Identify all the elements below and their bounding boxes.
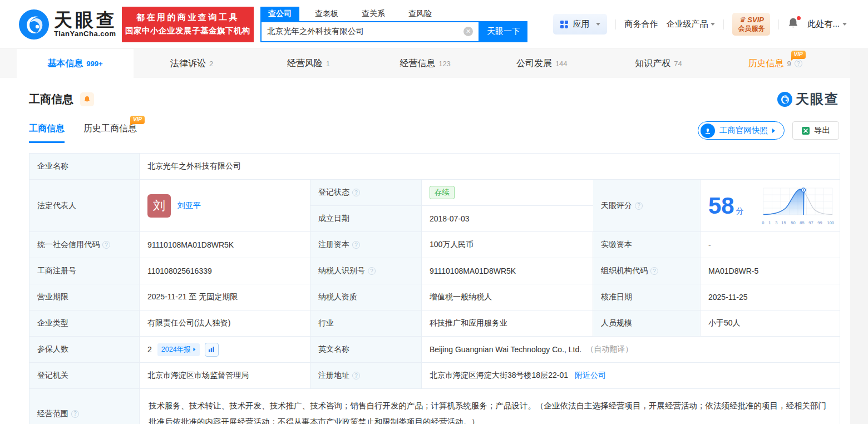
annual-report-badge[interactable]: 2024年报 [157,343,200,356]
company-type-value: 有限责任公司(法人独资) [140,310,310,337]
notification-dot [797,16,801,20]
svip-crown-label: ♛ SVIP [738,16,765,24]
field-label: 人员规模 [593,310,701,337]
field-label: 登记状态 [310,180,422,206]
subtab-history-business-info[interactable]: VIP 历史工商信息 [83,123,137,143]
search-value: 北京光年之外科技有限公司 [267,26,364,37]
tianyancha-logo[interactable]: 天眼查 TianYanCha.com [19,9,117,40]
address-value: 北京市海淀区海淀大街38号楼18层22-01 [430,371,568,381]
slogan-banner: 都在用的商业查询工具 国家中小企业发展子基金旗下机构 [122,7,254,42]
paid-capital-value: - [701,232,840,258]
auto-translate-note: （自动翻译） [586,344,633,354]
nearby-companies-link[interactable]: 附近公司 [575,371,606,381]
field-label: 行业 [310,310,422,337]
company-page-tabs: 基本信息 999+ 法律诉讼 2 经营风险 1 经营信息 123 公司发展 14… [0,49,850,78]
legal-rep-link[interactable]: 刘亚平 [177,201,201,211]
help-icon[interactable] [352,241,360,249]
logo-text: 天眼查 [54,11,117,30]
tianyancha-logo-icon [19,9,49,40]
table-row: 登记机关 北京市海淀区市场监督管理局 注册地址 北京市海淀区海淀大街38号楼18… [29,363,840,389]
nav-enterprise-products[interactable]: 企业级产品 [666,19,715,29]
svip-member-button[interactable]: ♛ SVIP 会员服务 [732,13,770,36]
user-account-menu[interactable]: 此处有... [807,19,847,29]
help-icon[interactable] [650,267,658,275]
field-label: 组织机构代码 [593,258,701,284]
search-tab-risk[interactable]: 查风险 [401,7,440,21]
official-snapshot-button[interactable]: 工商官网快照 [698,121,785,140]
field-label: 实缴资本 [593,232,701,258]
search-tab-boss[interactable]: 查老板 [307,7,346,21]
help-icon[interactable] [352,189,360,196]
field-label: 英文名称 [310,337,422,363]
address-cell: 北京市海淀区海淀大街38号楼18层22-01 附近公司 [422,363,840,389]
industry-value: 科技推广和应用服务业 [422,310,593,337]
header-right-nav: 应用 商务合作 企业级产品 ♛ SVIP 会员服务 此处有... [553,13,847,36]
tab-basic-info[interactable]: 基本信息 999+ [17,49,134,78]
content-wrap: 基本信息 999+ 法律诉讼 2 经营风险 1 经营信息 123 公司发展 14… [0,49,850,424]
search-button[interactable]: 天眼一下 [480,21,527,42]
field-label: 注册地址 [310,363,422,389]
reg-capital-value: 100万人民币 [422,232,593,258]
export-button[interactable]: 导出 [792,121,839,140]
apps-grid-icon [560,20,569,29]
nav-business-cooperation[interactable]: 商务合作 [624,19,658,29]
search-tabs: 查公司 查老板 查关系 查风险 [260,7,529,21]
score-distribution-chart: 0131550859799100 [762,186,834,225]
tab-intellectual-property[interactable]: 知识产权 74 [600,49,717,78]
table-row: 营业期限 2025-11-21 至 无固定期限 纳税人资质 增值税一般纳税人 核… [29,284,840,310]
page-root: 天眼查 TianYanCha.com 都在用的商业查询工具 国家中小企业发展子基… [0,0,868,424]
help-icon[interactable] [71,410,79,418]
help-icon[interactable] [635,202,643,210]
chevron-down-icon [842,23,847,26]
field-label: 统一社会信用代码 [29,232,140,258]
search-tab-relation[interactable]: 查关系 [354,7,393,21]
notification-bell-icon[interactable] [787,17,799,31]
tab-legal-litigation[interactable]: 法律诉讼 2 [134,49,250,78]
stamp-icon [701,124,715,138]
field-label: 天眼评分 [593,180,701,232]
clear-search-icon[interactable]: ✕ [463,27,473,36]
reg-no-value: 110108025616339 [140,258,310,284]
bar-chart-icon[interactable] [205,343,219,357]
apps-menu[interactable]: 应用 [553,14,607,34]
field-label: 注册资本 [310,232,422,258]
company-name-value: 北京光年之外科技有限公司 [140,154,840,180]
help-icon[interactable] [368,267,376,275]
help-icon[interactable] [352,372,360,379]
est-date-value: 2018-07-03 [422,206,593,232]
field-label: 工商注册号 [29,258,140,284]
search-input[interactable]: 北京光年之外科技有限公司 ✕ [260,21,480,42]
subtab-business-info[interactable]: 工商信息 [29,123,65,143]
help-icon[interactable] [795,60,802,67]
watermark-logo: 天眼查 [777,90,839,108]
help-icon[interactable] [102,241,110,249]
uscc-value: 91110108MA01D8WR5K [140,232,310,258]
excel-icon [801,126,810,135]
field-label: 企业名称 [29,154,140,180]
biz-term-value: 2025-11-21 至 无固定期限 [140,284,310,310]
tab-company-development[interactable]: 公司发展 144 [484,49,600,78]
table-row: 企业类型 有限责任公司(法人独资) 行业 科技推广和应用服务业 人员规模 小于5… [29,310,840,337]
banner-line1: 都在用的商业查询工具 [122,12,254,23]
bell-icon [83,96,91,103]
chart-x-axis: 0131550859799100 [762,220,834,225]
score-cell[interactable]: 58分 [701,180,840,232]
field-label: 营业期限 [29,284,140,310]
tab-operation-risk[interactable]: 经营风险 1 [250,49,367,78]
legal-rep-avatar[interactable]: 刘 [147,194,171,218]
search-tab-company[interactable]: 查公司 [260,7,299,21]
table-row: 工商注册号 110108025616339 纳税人识别号 91110108MA0… [29,258,840,284]
svip-service-label: 会员服务 [738,24,765,33]
en-name-value: Beijing Guangnian Wai Technology Co., Lt… [430,345,581,354]
staff-size-value: 小于50人 [701,310,840,337]
status-badge: 存续 [430,186,455,199]
business-info-subtabs: 工商信息 VIP 历史工商信息 [29,123,137,143]
banner-line2: 国家中小企业发展子基金旗下机构 [122,26,254,36]
subscribe-bell-button[interactable] [80,92,94,106]
table-row: 企业名称 北京光年之外科技有限公司 [29,154,840,180]
tab-operation-info[interactable]: 经营信息 123 [367,49,484,78]
table-row: 经营范围 技术服务、技术转让、技术开发、技术推广、技术咨询；销售自行开发的产品；… [29,389,840,424]
tab-history-info[interactable]: VIP 历史信息 9 [717,49,834,78]
field-label: 纳税人资质 [310,284,422,310]
arrow-right-icon [193,348,195,351]
